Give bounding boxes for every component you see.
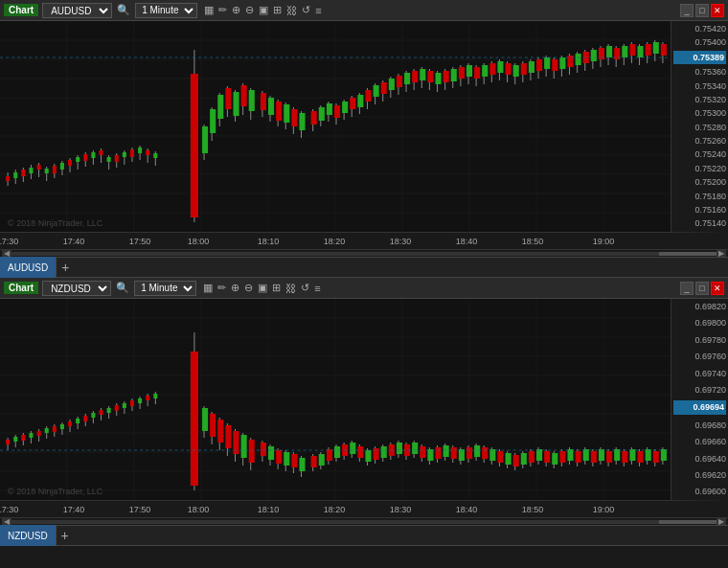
svg-rect-312: [482, 447, 488, 459]
svg-rect-142: [521, 63, 527, 75]
svg-rect-286: [381, 446, 387, 458]
svg-rect-352: [638, 451, 644, 463]
tab-nzdusd[interactable]: NZDUSD: [0, 525, 57, 546]
chart2-timeframe-select[interactable]: 1 Minute: [134, 281, 196, 296]
svg-rect-78: [268, 98, 274, 115]
svg-rect-216: [68, 421, 72, 426]
chart1-time-1: 17:30: [0, 237, 18, 246]
svg-rect-282: [365, 450, 371, 462]
svg-rect-340: [591, 451, 597, 463]
chart2-search-icon[interactable]: 🔍: [115, 281, 130, 295]
chart1-scroll[interactable]: ◀ ▶: [0, 249, 728, 257]
svg-rect-32: [53, 166, 57, 173]
chart2-scroll[interactable]: ◀ ▶: [0, 517, 728, 525]
svg-rect-354: [646, 449, 651, 461]
svg-rect-140: [513, 65, 519, 77]
chart2-minimize-btn[interactable]: _: [680, 282, 694, 295]
chart1-tab-bar: AUDUSD +: [0, 257, 728, 278]
chart2-link-icon[interactable]: ⛓: [284, 282, 297, 295]
chart1-refresh-icon[interactable]: ↺: [301, 3, 311, 17]
chart1-price-axis: 0.75420 0.75400 0.75389 0.75360 0.75340 …: [671, 21, 728, 232]
tab-audusd-label: AUDUSD: [8, 262, 48, 273]
svg-rect-328: [544, 451, 550, 463]
chart1-price-9: 0.75260: [673, 135, 726, 148]
svg-rect-106: [381, 82, 387, 94]
tab-add-chart1[interactable]: +: [57, 259, 74, 276]
svg-rect-218: [76, 419, 80, 423]
chart2-refresh-icon[interactable]: ↺: [300, 281, 310, 295]
svg-rect-110: [397, 76, 402, 87]
svg-rect-336: [576, 451, 581, 463]
chart2-bar2-icon[interactable]: ⊞: [271, 281, 282, 295]
chart1-timeframe-select[interactable]: 1 Minute: [135, 3, 197, 18]
svg-rect-36: [68, 160, 72, 166]
svg-rect-234: [138, 398, 142, 403]
svg-rect-28: [37, 165, 41, 170]
chart1-symbol-select[interactable]: AUDUSD: [42, 3, 112, 18]
chart1-zoom-plus-icon[interactable]: ⊕: [231, 3, 241, 17]
chart2-zoom-minus-icon[interactable]: ⊖: [243, 281, 254, 295]
svg-rect-298: [427, 449, 433, 461]
chart1-settings-icon[interactable]: ≡: [314, 4, 322, 17]
svg-rect-260: [276, 450, 282, 464]
svg-rect-256: [261, 443, 266, 456]
svg-rect-274: [334, 446, 340, 458]
chart1-canvas[interactable]: © 2018 NinjaTrader, LLC: [0, 21, 671, 232]
svg-rect-250: [233, 431, 239, 454]
svg-rect-24: [21, 170, 25, 176]
chart1-restore-btn[interactable]: □: [695, 4, 709, 17]
chart2-time-10: 19:00: [593, 505, 615, 514]
svg-rect-68: [225, 88, 231, 109]
chart2-label: Chart: [4, 282, 38, 294]
chart1-draw-icon[interactable]: ✏: [217, 3, 228, 17]
chart2-camera-icon[interactable]: ▣: [257, 281, 268, 295]
svg-rect-82: [284, 104, 289, 123]
svg-rect-20: [6, 176, 10, 181]
svg-rect-88: [311, 111, 317, 125]
svg-rect-252: [241, 435, 247, 458]
svg-rect-170: [629, 44, 635, 56]
svg-rect-304: [451, 447, 457, 459]
chart1-link-icon[interactable]: ⛓: [285, 4, 298, 17]
svg-rect-330: [552, 453, 557, 465]
chart1-close-btn[interactable]: ✕: [711, 4, 724, 17]
svg-rect-98: [350, 98, 355, 109]
svg-rect-220: [83, 416, 87, 421]
chart1-bar2-icon[interactable]: ⊞: [272, 3, 283, 17]
svg-rect-160: [591, 50, 597, 61]
chart1-minimize-btn[interactable]: _: [680, 4, 694, 17]
chart2-time-axis: 17:30 17:40 17:50 18:00 18:10 18:20 18:3…: [0, 500, 728, 517]
svg-rect-44: [99, 150, 102, 155]
add-chart2-icon: +: [61, 528, 69, 543]
tab-add-chart2[interactable]: +: [57, 527, 74, 544]
chart2-canvas[interactable]: © 2018 NinjaTrader, LLC: [0, 299, 671, 500]
svg-rect-134: [489, 63, 495, 75]
chart2-close-btn[interactable]: ✕: [711, 282, 724, 295]
chart2-settings-icon[interactable]: ≡: [313, 282, 321, 295]
svg-rect-254: [249, 440, 255, 463]
chart2-restore-btn[interactable]: □: [695, 282, 709, 295]
chart1-price-1: 0.75420: [673, 23, 726, 35]
svg-rect-136: [497, 61, 503, 73]
svg-rect-348: [622, 451, 627, 463]
svg-rect-338: [583, 449, 589, 461]
chart2-price-6: 0.69720: [673, 384, 726, 397]
chart2-zoom-plus-icon[interactable]: ⊕: [230, 281, 240, 295]
chart1-search-icon[interactable]: 🔍: [116, 3, 131, 17]
svg-rect-236: [146, 396, 149, 400]
svg-rect-268: [311, 456, 317, 467]
chart2-price-5: 0.69740: [673, 368, 726, 380]
svg-rect-244: [210, 414, 216, 437]
chart1-bar-chart-icon[interactable]: ▦: [203, 3, 215, 17]
chart2-tab-bar: NZDUSD +: [0, 525, 728, 546]
chart1-zoom-minus-icon[interactable]: ⊖: [244, 3, 255, 17]
tab-audusd[interactable]: AUDUSD: [0, 257, 57, 278]
svg-rect-38: [76, 157, 80, 162]
chart2-symbol-select[interactable]: NZDUSD: [42, 281, 111, 296]
svg-rect-76: [261, 93, 266, 110]
chart2-bar-chart-icon[interactable]: ▦: [202, 281, 214, 295]
chart1-time-2: 17:40: [63, 237, 85, 246]
chart1-camera-icon[interactable]: ▣: [258, 3, 269, 17]
chart2-time-3: 17:50: [129, 505, 151, 514]
chart2-draw-icon[interactable]: ✏: [216, 281, 227, 295]
